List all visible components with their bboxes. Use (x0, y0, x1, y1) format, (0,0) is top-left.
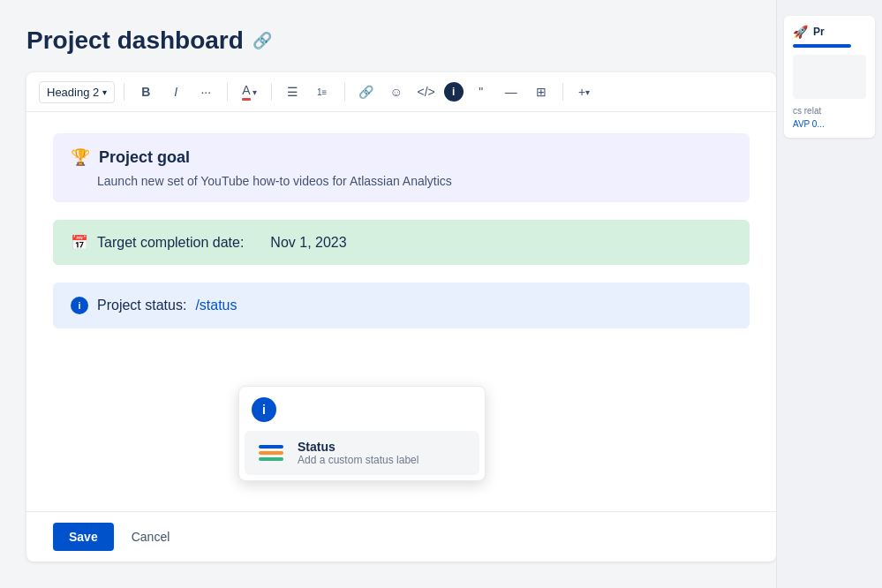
right-panel: 🚀 Pr cs relat AVP 0... (776, 0, 882, 588)
right-panel-text: cs relat (793, 106, 866, 116)
save-button[interactable]: Save (53, 523, 114, 551)
bold-button[interactable]: B (133, 79, 158, 104)
dropdown-info-row: i (245, 392, 479, 427)
project-goal-block: 🏆 Project goal Launch new set of YouTube… (53, 133, 750, 202)
color-chevron-icon: ▾ (253, 87, 257, 97)
project-goal-description: Launch new set of YouTube how-to videos … (71, 174, 732, 188)
rocket-icon: 🚀 (793, 25, 808, 39)
toolbar-divider-2 (227, 83, 228, 101)
right-panel-analytics-link[interactable]: AVP 0... (793, 119, 866, 129)
toolbar-divider-1 (124, 83, 124, 101)
svg-text:1≡: 1≡ (317, 87, 328, 97)
right-panel-header: 🚀 Pr (793, 25, 866, 39)
page-link-icon[interactable]: 🔗 (253, 31, 272, 50)
status-line-blue (259, 445, 283, 449)
numbered-list-button[interactable]: 1≡ (311, 79, 335, 104)
code-button[interactable]: </> (414, 79, 439, 104)
target-date-block: 📅 Target completion date: Nov 1, 2023 (53, 220, 750, 265)
emoji-button[interactable]: ☺ (384, 79, 409, 104)
trophy-icon: 🏆 (71, 147, 90, 167)
right-panel-blue-bar (793, 44, 851, 48)
status-line-orange (259, 451, 283, 455)
heading-select[interactable]: Heading 2 ▾ (39, 81, 115, 103)
editor-body[interactable]: 🏆 Project goal Launch new set of YouTube… (26, 112, 776, 511)
table-button[interactable]: ⊞ (529, 79, 554, 104)
calendar-icon: 📅 (71, 234, 88, 251)
chevron-down-icon: ▾ (102, 87, 107, 97)
status-info-icon: i (71, 297, 88, 314)
dropdown-item-text: Status Add a custom status label (298, 440, 418, 466)
link-button[interactable]: 🔗 (354, 79, 379, 104)
editor-footer: Save Cancel (26, 511, 776, 562)
rule-button[interactable]: — (499, 79, 524, 104)
status-command[interactable]: /status (195, 298, 237, 313)
project-status-label: Project status: (97, 298, 186, 313)
dropdown-item-title: Status (298, 440, 418, 454)
right-panel-title: Pr (813, 26, 825, 38)
toolbar-divider-5 (562, 83, 563, 101)
status-line-green (259, 457, 283, 461)
insert-chevron-icon: ▾ (585, 87, 590, 97)
editor-container: Heading 2 ▾ B I ··· A ▾ ☰ 1≡ 🔗 ☺ </> (26, 72, 776, 562)
page-title: Project dashboard (26, 26, 244, 55)
dropdown-info-icon: i (252, 397, 276, 422)
right-panel-small-card (793, 55, 866, 99)
cancel-button[interactable]: Cancel (124, 523, 177, 551)
info-button[interactable]: i (444, 82, 464, 102)
project-status-block: i Project status: /status (53, 283, 750, 328)
text-color-button[interactable]: A ▾ (237, 79, 261, 104)
more-button[interactable]: ··· (193, 79, 218, 104)
italic-button[interactable]: I (163, 79, 188, 104)
target-date-label: Target completion date: (97, 235, 244, 251)
toolbar-divider-4 (344, 83, 345, 101)
project-goal-title: 🏆 Project goal (71, 147, 732, 167)
toolbar-divider-3 (271, 83, 272, 101)
editor-toolbar: Heading 2 ▾ B I ··· A ▾ ☰ 1≡ 🔗 ☺ </> (26, 72, 776, 112)
status-dropdown-item[interactable]: Status Add a custom status label (245, 431, 479, 475)
insert-more-button[interactable]: + ▾ (572, 79, 597, 104)
bullet-list-button[interactable]: ☰ (281, 79, 305, 104)
dropdown-item-description: Add a custom status label (298, 454, 418, 466)
status-lines-icon (255, 441, 287, 465)
status-dropdown-popup: i Status Add a custom status label (238, 386, 486, 481)
right-panel-card: 🚀 Pr cs relat AVP 0... (784, 16, 875, 138)
quote-button[interactable]: " (469, 79, 494, 104)
target-date-value: Nov 1, 2023 (270, 235, 346, 251)
color-a-icon: A (242, 83, 250, 101)
